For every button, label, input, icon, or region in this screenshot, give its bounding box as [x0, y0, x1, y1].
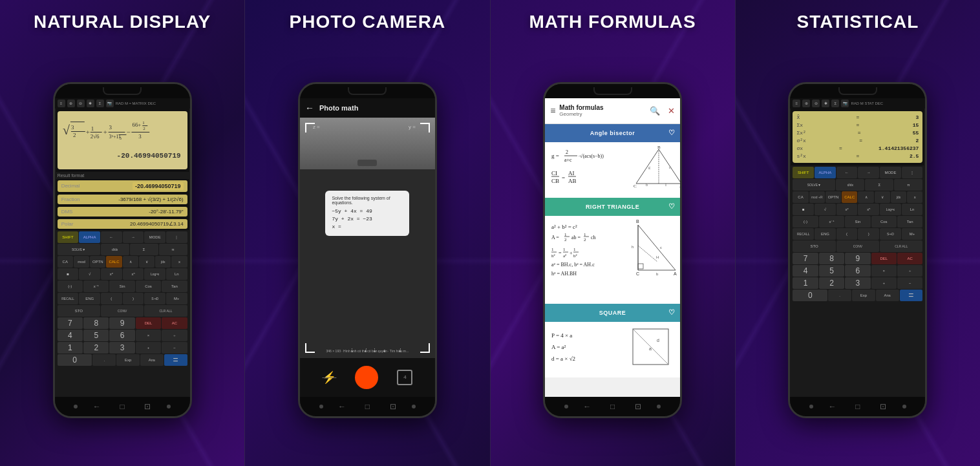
stat-sum-btn[interactable]: Σ	[865, 179, 893, 191]
nav-home-1[interactable]: □	[116, 400, 129, 413]
stat-calc-btn[interactable]: CALC	[842, 191, 857, 203]
sigma-icon-4[interactable]: Σ	[831, 100, 839, 107]
eng-btn[interactable]: ENG	[79, 293, 100, 304]
stat-exp-btn[interactable]: Exp	[852, 290, 875, 301]
sub-icon[interactable]: ⊖	[77, 100, 85, 107]
nav-home-3[interactable]: □	[606, 400, 619, 413]
stat-seven-btn[interactable]: 7	[793, 253, 818, 264]
up-btn[interactable]: ∧	[123, 256, 138, 268]
stat-ans-btn[interactable]: Ans	[876, 290, 899, 301]
stat-square-btn[interactable]: ■	[793, 204, 814, 215]
stat-more-btn[interactable]: ⋮	[902, 167, 923, 178]
nav-recent-4[interactable]: ⊡	[877, 400, 889, 413]
stat-inv-btn[interactable]: x⁻¹	[819, 216, 844, 228]
flash-btn[interactable]: ⚡	[322, 370, 336, 385]
stat-x-btn[interactable]: x	[907, 191, 922, 203]
stat-log-a-btn[interactable]: Logax	[880, 204, 901, 215]
stat-deriv-btn[interactable]: d/dx	[836, 179, 864, 191]
cos-btn[interactable]: Cos	[136, 281, 161, 292]
shutter-btn[interactable]	[355, 366, 378, 389]
sum-btn[interactable]: Σ	[130, 244, 158, 255]
zero-btn[interactable]: 0	[58, 354, 92, 366]
stat-open-btn[interactable]: (	[836, 228, 858, 240]
down-btn[interactable]: ∨	[139, 256, 154, 268]
settings-icon[interactable]: ✱	[87, 100, 94, 107]
frame-btn[interactable]: 4	[397, 370, 412, 385]
sin-btn[interactable]: Sin	[109, 281, 134, 292]
mod-btn[interactable]: mod	[74, 256, 89, 268]
five-btn[interactable]: 5	[83, 330, 109, 341]
six-btn[interactable]: 6	[109, 330, 134, 341]
solve-btn[interactable]: SOLVE▼	[58, 244, 100, 255]
stat-alpha-btn[interactable]: ALPHA	[815, 167, 836, 178]
ans-btn[interactable]: Ans	[140, 354, 164, 366]
camera-icon-4[interactable]: 📷	[841, 100, 849, 107]
stat-mplus-btn[interactable]: M+	[902, 228, 923, 240]
stat-mul-btn[interactable]: ×	[871, 265, 897, 277]
nav-recent-2[interactable]: ⊡	[387, 400, 399, 413]
nav-home-4[interactable]: □	[851, 400, 864, 413]
square-btn[interactable]: ■	[58, 268, 79, 280]
four-btn[interactable]: 4	[58, 330, 83, 341]
sto-btn[interactable]: STO	[58, 305, 100, 317]
s-to-d-btn[interactable]: S⇒D	[144, 293, 165, 304]
shift-btn[interactable]: SHIFT	[58, 231, 79, 243]
div-btn[interactable]: ÷	[162, 330, 187, 341]
stat-sqrt-btn[interactable]: √	[815, 204, 836, 215]
stat-three-btn[interactable]: 3	[845, 277, 870, 289]
formulas-close-icon[interactable]: ✕	[668, 106, 675, 116]
nav-recent-1[interactable]: ⊡	[141, 400, 154, 413]
ca-btn[interactable]: CA	[58, 256, 73, 268]
menu-icon-4[interactable]: ≡	[793, 100, 800, 107]
pi-btn[interactable]: π	[159, 244, 187, 255]
stat-ac-btn[interactable]: AC	[897, 253, 922, 264]
stat-sq-btn[interactable]: x²	[836, 204, 858, 215]
close-paren-btn[interactable]: )	[123, 293, 144, 304]
recall-btn[interactable]: RECALL	[58, 293, 79, 304]
sq-btn[interactable]: x²	[101, 268, 122, 280]
power-btn[interactable]: xⁿ	[123, 268, 144, 280]
stat-optn-btn[interactable]: OPTN	[826, 191, 841, 203]
menu-icon[interactable]: ≡	[58, 100, 65, 107]
stat-two-btn[interactable]: 2	[819, 277, 844, 289]
right-arrow-btn[interactable]: →	[123, 231, 144, 243]
stat-down-btn[interactable]: ∨	[875, 191, 890, 203]
equals-btn[interactable]: =	[164, 354, 187, 366]
nav-back-2[interactable]: ←	[336, 400, 348, 413]
calc-btn-op[interactable]: CALC	[106, 256, 122, 268]
stat-close-btn[interactable]: )	[858, 228, 879, 240]
stat-neg-btn[interactable]: (-)	[793, 216, 818, 228]
log-a-btn[interactable]: Logax	[144, 268, 165, 280]
mul-btn[interactable]: ×	[136, 330, 161, 341]
minus-btn[interactable]: −	[162, 342, 187, 354]
plus-btn[interactable]: +	[136, 342, 161, 354]
nav-recent-3[interactable]: ⊡	[632, 400, 644, 413]
stat-five-btn[interactable]: 5	[819, 265, 844, 277]
ac-btn[interactable]: AC	[162, 317, 187, 329]
stat-tan-btn[interactable]: Tan	[897, 216, 922, 228]
stat-del-btn[interactable]: DEL	[871, 253, 897, 264]
stat-eng-btn[interactable]: ENG	[815, 228, 836, 240]
alpha-btn[interactable]: ALPHA	[79, 231, 100, 243]
stat-dot-btn[interactable]: .	[828, 290, 851, 301]
stat-equals-btn[interactable]: =	[900, 290, 923, 301]
stat-nine-btn[interactable]: 9	[845, 253, 870, 264]
decimal-bar[interactable]: Decimal -20.46994050719	[58, 180, 187, 192]
dot-btn[interactable]: .	[92, 354, 116, 366]
sigma-icon[interactable]: Σ	[96, 100, 104, 107]
stat-cos-btn[interactable]: Cos	[871, 216, 897, 228]
more-btn[interactable]: ⋮	[166, 231, 187, 243]
deriv-btn[interactable]: d/dx	[101, 244, 129, 255]
formulas-search-icon[interactable]: 🔍	[650, 106, 660, 116]
stat-up-btn[interactable]: ∧	[858, 191, 873, 203]
eight-btn[interactable]: 8	[83, 317, 109, 329]
m-plus-btn[interactable]: M+	[166, 293, 187, 304]
stat-div-btn[interactable]: ÷	[897, 265, 922, 277]
one-btn[interactable]: 1	[58, 342, 83, 354]
nav-back-1[interactable]: ←	[91, 400, 103, 413]
stat-one-btn[interactable]: 1	[793, 277, 818, 289]
settings-icon-4[interactable]: ✱	[822, 100, 829, 107]
stat-ln-btn[interactable]: Ln	[902, 204, 923, 215]
stat-minus-btn[interactable]: −	[897, 277, 922, 289]
stat-sin-btn[interactable]: Sin	[845, 216, 870, 228]
